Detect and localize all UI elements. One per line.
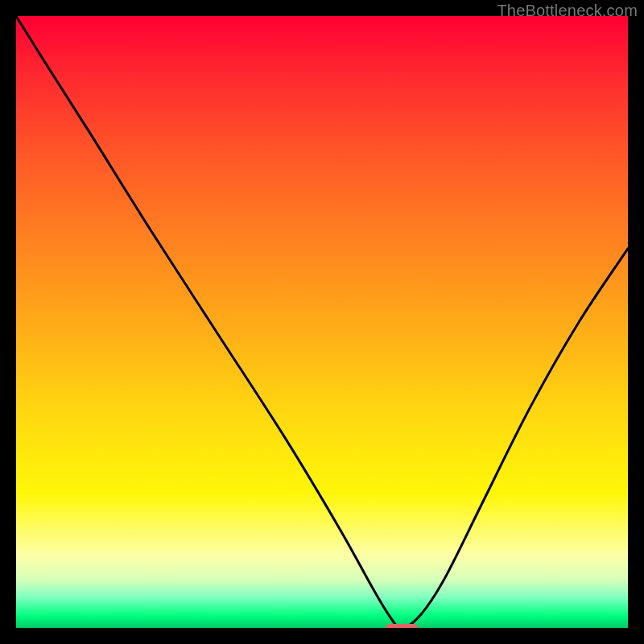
minimum-marker — [386, 624, 418, 628]
bottleneck-curve — [16, 16, 628, 628]
plot-area — [16, 16, 628, 628]
chart-frame: TheBottleneck.com — [0, 0, 644, 644]
curve-svg — [16, 16, 628, 628]
